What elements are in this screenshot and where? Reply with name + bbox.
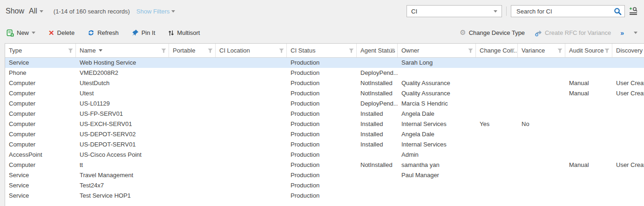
table-row[interactable]: ServiceTest24x7Production (5, 180, 644, 191)
top-bar: Show All (1-14 of 160 search records) Sh… (0, 0, 644, 22)
cell-ci_status: Production (287, 88, 357, 99)
cell-name: Test Service HOP1 (76, 191, 169, 201)
column-label: Owner (401, 47, 419, 54)
cell-owner: Angela Dale (398, 109, 476, 119)
show-page-size-dropdown[interactable]: All (29, 7, 43, 15)
cell-discovery (612, 140, 644, 150)
cell-name: US-Cisco Access Point (76, 150, 169, 160)
column-header-ci_status[interactable]: CI Status (287, 44, 357, 57)
cell-portable (169, 119, 216, 129)
column-header-name[interactable]: Name (76, 44, 169, 57)
filter-funnel-icon[interactable] (604, 48, 610, 53)
cell-audit_source (565, 109, 612, 119)
multisort-button[interactable]: Multisort (168, 29, 200, 36)
records-count: (1-14 of 160 search records) (54, 8, 130, 15)
cell-agent_status: NotInstalled (357, 160, 398, 170)
cell-discovery: User Creat (612, 78, 644, 88)
show-filters-link[interactable]: Show Filters (136, 8, 176, 15)
cell-agent_status: NotInstalled (357, 88, 398, 99)
filter-funnel-icon[interactable] (279, 48, 284, 53)
table-row[interactable]: ComputerUS-DEPOT-SERV02ProductionInstall… (5, 129, 644, 140)
pin-it-button-label: Pin It (142, 29, 156, 36)
show-page-size-value: All (29, 7, 37, 15)
refresh-button[interactable]: Refresh (88, 29, 119, 36)
create-rfc-button[interactable]: Create RFC for Variance (534, 29, 611, 37)
column-header-change_con[interactable]: Change Con... (476, 44, 518, 57)
column-header-variance[interactable]: Variance (518, 44, 565, 57)
column-header-portable[interactable]: Portable (169, 44, 216, 57)
cell-agent_status: Installed (357, 109, 398, 119)
filter-funnel-icon[interactable] (349, 48, 354, 53)
table-row[interactable]: ComputerttProductionNotInstalledsamantha… (5, 160, 644, 170)
cell-ci_location (216, 99, 287, 109)
cell-type: Computer (5, 78, 76, 88)
show-label: Show (6, 7, 24, 15)
cell-portable (169, 109, 216, 119)
cell-portable (169, 58, 216, 68)
cell-change_con (476, 99, 518, 109)
cell-change_con (476, 191, 518, 201)
filter-funnel-icon[interactable] (208, 48, 213, 53)
table-row[interactable]: ComputerUS-EXCH-SERV01ProductionInstalle… (5, 119, 644, 129)
column-header-owner[interactable]: Owner (398, 44, 476, 57)
search-box (511, 5, 625, 17)
cell-audit_source (565, 58, 612, 68)
cell-agent_status: NotInstalled (357, 78, 398, 88)
change-device-type-button[interactable]: ⚙ Change Device Type (460, 29, 525, 36)
cell-type: Service (5, 180, 76, 191)
column-header-audit_source[interactable]: Audit Source (565, 44, 612, 57)
filter-funnel-icon[interactable] (68, 48, 73, 53)
filter-funnel-icon[interactable] (557, 48, 563, 53)
cell-audit_source (565, 129, 612, 140)
table-row[interactable]: ServiceTravel ManagementProductionPaul M… (5, 170, 644, 180)
column-header-ci_location[interactable]: CI Location (216, 44, 287, 57)
show-filters-label: Show Filters (136, 8, 170, 15)
filter-funnel-icon[interactable] (510, 48, 515, 53)
search-input[interactable] (515, 7, 614, 15)
gear-icon: ⚙ (460, 29, 466, 36)
cell-owner: samantha yan (398, 160, 476, 170)
toolbar-menu-caret[interactable] (634, 32, 637, 34)
filter-funnel-icon[interactable] (390, 48, 395, 53)
table-row[interactable]: ComputerUS-DEPOT-SERV01ProductionInstall… (5, 140, 644, 150)
search-icon[interactable] (614, 7, 622, 15)
table-row[interactable]: ComputerUS-FP-SERV01ProductionInstalledA… (5, 109, 644, 119)
column-header-discovery[interactable]: Discovery (612, 44, 644, 57)
cell-ci_status: Production (287, 119, 357, 129)
cell-name: US-DEPOT-SERV02 (76, 129, 169, 140)
cell-type: Computer (5, 109, 76, 119)
new-button[interactable]: New (7, 29, 35, 37)
cell-ci_location (216, 58, 287, 68)
table-row[interactable]: ServiceTest Service HOP1Production (5, 191, 644, 201)
cell-name: VMED2008R2 (76, 68, 169, 78)
table-row[interactable]: AccessPointUS-Cisco Access PointProducti… (5, 150, 644, 160)
cell-audit_source (565, 99, 612, 109)
filter-funnel-icon[interactable] (161, 48, 166, 53)
advanced-search-icon[interactable] (629, 7, 638, 15)
toolbar-overflow-button[interactable]: » (620, 29, 624, 37)
pin-it-button[interactable]: Pin It (132, 29, 156, 36)
rfc-arrow-icon (534, 29, 542, 37)
table-row[interactable]: ServiceWeb Hosting ServiceProductionSara… (5, 58, 644, 68)
cell-type: Service (5, 58, 76, 68)
search-entity-value: CI (411, 8, 417, 15)
filter-funnel-icon[interactable] (468, 48, 473, 53)
cell-agent_status: Installed (357, 119, 398, 129)
table-row[interactable]: ComputerUtestDutchProductionNotInstalled… (5, 78, 644, 88)
divider (506, 7, 507, 16)
cell-discovery: User Creat (612, 88, 644, 99)
cell-ci_status: Production (287, 170, 357, 180)
cell-portable (169, 170, 216, 180)
table-row[interactable]: PhoneVMED2008R2ProductionDeployPend... (5, 68, 644, 78)
column-header-agent_status[interactable]: Agent Status (357, 44, 398, 57)
cell-ci_status: Production (287, 68, 357, 78)
cell-audit_source (565, 170, 612, 180)
table-row[interactable]: ComputerUS-L01129ProductionDeployPend...… (5, 99, 644, 109)
table-row[interactable]: ComputerUtestProductionNotInstalledQuali… (5, 88, 644, 99)
delete-button[interactable]: ✕ Delete (48, 29, 75, 36)
column-header-type[interactable]: Type (5, 44, 76, 57)
chevron-down-icon (32, 32, 35, 34)
cell-owner: Sarah Long (398, 58, 476, 68)
search-entity-select[interactable]: CI (407, 5, 502, 17)
column-label: CI Location (219, 47, 250, 54)
